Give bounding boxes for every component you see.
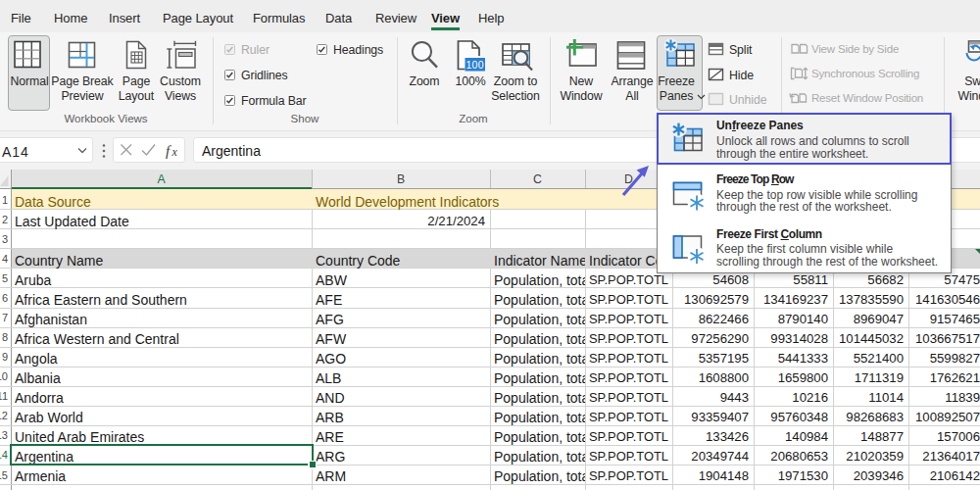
svg-text:100: 100 [466, 59, 483, 71]
svg-text:x: x [172, 145, 178, 159]
svg-text:f: f [166, 143, 172, 159]
